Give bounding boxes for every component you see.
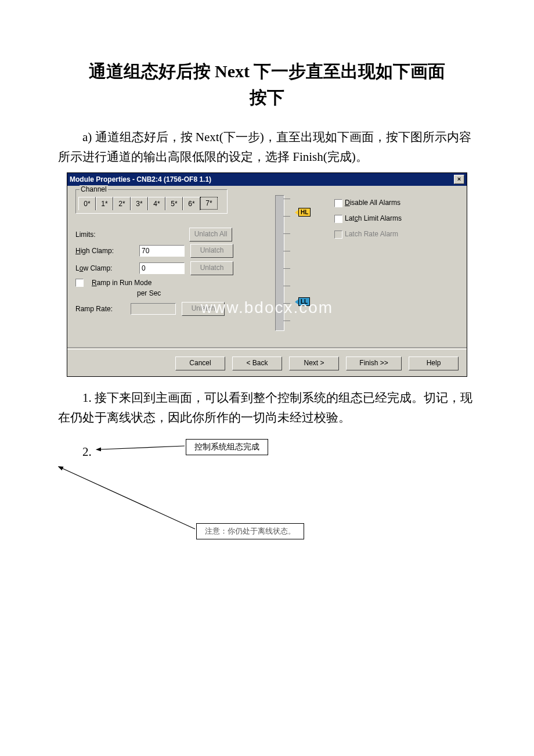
ll-marker[interactable]: LL (298, 297, 310, 306)
arrow-line-1 (100, 446, 185, 449)
next-button[interactable]: Next > (289, 357, 339, 370)
channel-groupbox: Channel 0* 1* 2* 3* 4* 5* 6* 7* (75, 189, 228, 214)
tab-7[interactable]: 7* (200, 197, 218, 210)
finish-button[interactable]: Finish >> (346, 357, 402, 370)
dialog-titlebar: Module Properties - CNB2:4 (1756-OF8 1.1… (67, 173, 467, 186)
cancel-button[interactable]: Cancel (175, 357, 225, 370)
limits-gauge: HL LL (270, 195, 317, 330)
disable-all-checkbox[interactable] (334, 199, 342, 207)
back-button[interactable]: < Back (232, 357, 282, 370)
tab-2[interactable]: 2* (113, 197, 131, 210)
low-clamp-label: Low Clamp: (75, 264, 134, 272)
hl-marker[interactable]: HL (298, 208, 311, 217)
unlatch-high-button[interactable]: Unlatch (190, 244, 233, 258)
title-line1: 通道组态好后按 Next 下一步直至出现如下画面 (89, 62, 446, 81)
high-clamp-input[interactable]: 70 (139, 245, 185, 257)
help-button[interactable]: Help (409, 357, 459, 370)
ramp-label: Ramp in Run Mode (92, 279, 151, 287)
low-clamp-input[interactable]: 0 (139, 262, 185, 274)
channel-group-label: Channel (80, 185, 108, 193)
channel-tabs: 0* 1* 2* 3* 4* 5* 6* 7* (76, 197, 227, 210)
paragraph-1: 1. 接下来回到主画面，可以看到整个控制系统的组态已经完成。切记，现在仍处于离线… (58, 388, 476, 427)
dialog-screenshot: Module Properties - CNB2:4 (1756-OF8 1.1… (67, 172, 467, 377)
disable-all-row: Disable All Alarms (334, 199, 402, 207)
latch-limit-checkbox[interactable] (334, 215, 342, 223)
tab-0[interactable]: 0* (78, 197, 96, 210)
title-line2: 按下 (250, 88, 284, 107)
high-clamp-label: HHigh Clamp:igh Clamp: (75, 247, 134, 255)
ramp-rate-input (131, 303, 176, 315)
tab-4[interactable]: 4* (148, 197, 165, 210)
limits-label: Limits: (75, 231, 134, 239)
tab-1[interactable]: 1* (96, 197, 113, 210)
arrow-line-2 (62, 468, 195, 529)
tab-3[interactable]: 3* (131, 197, 148, 210)
page-title: 通道组态好后按 Next 下一步直至出现如下画面 按下 (58, 58, 476, 110)
callout-diagram: 2. 控制系统组态完成 注意：你仍处于离线状态。 (58, 433, 476, 578)
latch-rate-row: Latch Rate Alarm (334, 230, 402, 239)
tab-5[interactable]: 5* (165, 197, 183, 210)
ramp-rate-label: Ramp Rate: (75, 305, 125, 313)
dialog-title-text: Module Properties - CNB2:4 (1756-OF8 1.1… (70, 175, 454, 183)
ramp-checkbox[interactable] (75, 279, 84, 287)
unlatch-ramp-button[interactable]: Unlatch (182, 302, 225, 316)
paragraph-a: a) 通道组态好后，按 Next(下一步)，直至出现如下画面，按下图所示内容所示… (58, 128, 476, 167)
unlatch-all-button[interactable]: Unlatch All (189, 228, 232, 242)
latch-rate-checkbox (334, 231, 342, 239)
latch-limit-row: Latch Limit Alarms (334, 214, 402, 223)
close-icon[interactable]: × (454, 175, 464, 184)
tab-6[interactable]: 6* (183, 197, 200, 210)
per-sec-label: per Sec (137, 289, 161, 297)
unlatch-low-button[interactable]: Unlatch (190, 261, 233, 275)
